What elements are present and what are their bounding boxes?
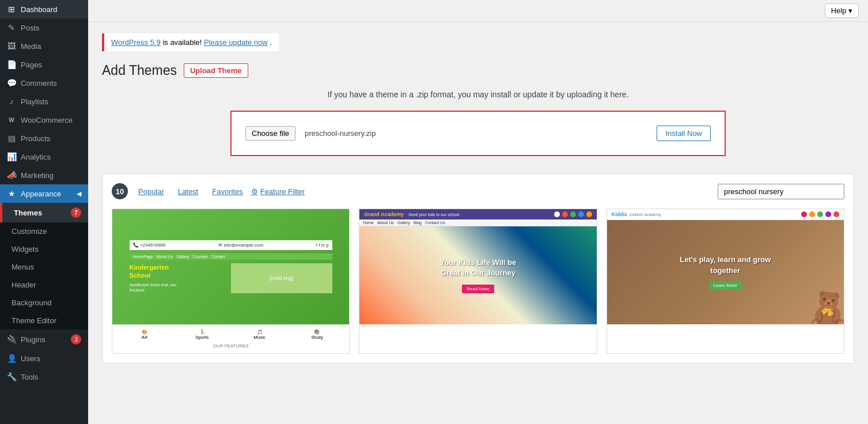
sidebar-tools-label: Tools	[21, 373, 38, 381]
kinder-features: 🎨Art 🏃Sports 🎵Music 📚Study	[117, 330, 344, 340]
theme-count: 10	[112, 183, 128, 199]
gear-icon: ⚙	[251, 187, 258, 196]
kiddiz-header: Kiddiz children academy	[607, 209, 844, 220]
sidebar-item-analytics[interactable]: 📊 Analytics	[0, 147, 88, 166]
sidebar-plugins-label: Plugins	[21, 335, 46, 344]
install-now-button[interactable]: Install Now	[657, 126, 711, 141]
dot3	[570, 211, 576, 217]
appearance-arrow: ◀	[77, 190, 81, 198]
background-label: Background	[12, 298, 51, 307]
file-name-display: preschool-nursery.zip	[305, 129, 376, 138]
themes-badge: 7	[71, 207, 81, 218]
theme-browser: 10 Popular Latest Favorites ⚙ Feature Fi…	[102, 173, 854, 364]
posts-icon: ✎	[7, 23, 16, 32]
users-icon: 👤	[7, 354, 16, 363]
media-icon: 🖼	[7, 41, 16, 51]
sidebar-item-theme-editor[interactable]: Theme Editor	[0, 312, 88, 330]
sidebar-analytics-label: Analytics	[21, 153, 51, 161]
kinder-body-text: Sestibulum tortor erat, nectincidunt	[130, 282, 231, 294]
teddy-icon: 🧸	[806, 289, 844, 324]
sidebar-playlists-label: Playlists	[21, 97, 48, 106]
update-notice-middle: is available!	[162, 38, 204, 47]
menus-label: Menus	[12, 263, 34, 271]
sidebar-item-media[interactable]: 🖼 Media	[0, 37, 88, 55]
themes-label: Themes	[14, 209, 42, 217]
kdot3	[817, 211, 823, 217]
tab-favorites[interactable]: Favorites	[206, 185, 248, 198]
academy-preview: Grand Academy Send your kids to our scho…	[359, 209, 596, 324]
appearance-icon: ★	[7, 189, 16, 198]
main-area: Help ▾ WordPress 5.9 is available! Pleas…	[88, 0, 868, 424]
sidebar-item-products[interactable]: ▤ Products	[0, 129, 88, 147]
page-header: Add Themes Upload Theme	[102, 63, 854, 78]
pages-icon: 📄	[7, 60, 16, 69]
update-notice: WordPress 5.9 is available! Please updat…	[102, 33, 279, 51]
kinder-topbar: 📞 +234678900 ✉ info@example.com f t in p	[130, 240, 332, 250]
kindergarten-preview: 📞 +234678900 ✉ info@example.com f t in p…	[112, 209, 349, 324]
kinder-body: KindergartenSchool Sestibulum tortor era…	[130, 263, 332, 293]
kinder-desc: OUR FEATURES	[117, 343, 344, 349]
sidebar-item-menus[interactable]: Menus	[0, 258, 88, 276]
kdot1	[801, 211, 807, 217]
help-button[interactable]: Help ▾	[825, 3, 859, 18]
plugins-badge: 3	[71, 334, 81, 344]
sidebar-item-dashboard[interactable]: ⊞ Dashboard	[0, 0, 88, 18]
sidebar-item-pages[interactable]: 📄 Pages	[0, 55, 88, 74]
sidebar-marketing-label: Marketing	[21, 171, 54, 180]
appearance-submenu: Themes 7 Customize Widgets Menus Header …	[0, 203, 88, 330]
tab-latest[interactable]: Latest	[172, 185, 204, 198]
upload-description: If you have a theme in a .zip format, yo…	[102, 90, 854, 99]
sidebar-item-plugins[interactable]: 🔌 Plugins 3	[0, 330, 88, 349]
kinder-nav: HomePageAbout UsGalleryCoursesContact	[130, 253, 332, 260]
sidebar-item-appearance[interactable]: ★ Appearance ◀	[0, 184, 88, 203]
sidebar-item-background[interactable]: Background	[0, 294, 88, 312]
dot4	[578, 211, 584, 217]
academy-read-more[interactable]: Read More	[462, 285, 494, 293]
kiddiz-learn-more[interactable]: Learn More	[709, 281, 742, 290]
woocommerce-icon: W	[7, 115, 16, 124]
tab-popular[interactable]: Popular	[132, 185, 170, 198]
upload-box: Choose file preschool-nursery.zip Instal…	[230, 111, 726, 156]
kinder-feature-3: 🎵Music	[232, 330, 287, 340]
kdot4	[825, 211, 831, 217]
kdot5	[833, 211, 839, 217]
analytics-icon: 📊	[7, 152, 16, 161]
dashboard-icon: ⊞	[7, 5, 16, 14]
sidebar-dashboard-label: Dashboard	[21, 5, 58, 14]
sidebar-item-marketing[interactable]: 📣 Marketing	[0, 166, 88, 184]
upload-theme-button[interactable]: Upload Theme	[184, 63, 248, 78]
dot5	[586, 211, 592, 217]
academy-headline: Your Kids Life Will beGreat in Our Journ…	[440, 258, 517, 278]
kinder-feature-2: 🏃Sports	[175, 330, 230, 340]
choose-file-button[interactable]: Choose file	[245, 126, 295, 141]
kinder-feature-1: 🎨Art	[117, 330, 172, 340]
sidebar-woocommerce-label: WooCommerce	[21, 116, 73, 124]
kinder-image: [child img]	[231, 263, 332, 293]
please-update-link[interactable]: Please update now	[204, 38, 268, 47]
academy-colorful-bg: Your Kids Life Will beGreat in Our Journ…	[359, 226, 596, 324]
wordpress-update-link[interactable]: WordPress 5.9	[111, 38, 161, 47]
sidebar-comments-label: Comments	[21, 79, 57, 88]
sidebar-item-playlists[interactable]: ♪ Playlists	[0, 92, 88, 111]
tab-feature-filter[interactable]: ⚙ Feature Filter	[251, 187, 305, 196]
sidebar-item-comments[interactable]: 💬 Comments	[0, 74, 88, 92]
sidebar-item-posts[interactable]: ✎ Posts	[0, 18, 88, 37]
sidebar-item-widgets[interactable]: Widgets	[0, 240, 88, 258]
sidebar: ⊞ Dashboard ✎ Posts 🖼 Media 📄 Pages 💬 Co…	[0, 0, 88, 424]
sidebar-item-themes[interactable]: Themes 7	[0, 203, 88, 222]
academy-body: Your Kids Life Will beGreat in Our Journ…	[359, 226, 596, 324]
theme-card-kiddiz[interactable]: Kiddiz children academy	[607, 209, 844, 354]
sidebar-item-header[interactable]: Header	[0, 276, 88, 294]
kiddiz-headline: Let's play, learn and growtogether	[680, 255, 771, 275]
sidebar-pages-label: Pages	[21, 60, 42, 69]
sidebar-users-label: Users	[21, 354, 40, 363]
sidebar-item-woocommerce[interactable]: W WooCommerce	[0, 111, 88, 129]
theme-card-grand-academy[interactable]: Grand Academy Send your kids to our scho…	[359, 209, 597, 354]
search-themes-input[interactable]	[718, 184, 844, 199]
academy-header: Grand Academy Send your kids to our scho…	[359, 209, 596, 219]
theme-card-kindergarten[interactable]: 📞 +234678900 ✉ info@example.com f t in p…	[112, 209, 350, 354]
sidebar-item-tools[interactable]: 🔧 Tools	[0, 368, 88, 386]
sidebar-item-users[interactable]: 👤 Users	[0, 349, 88, 368]
sidebar-item-customize[interactable]: Customize	[0, 222, 88, 240]
theme-grid: 📞 +234678900 ✉ info@example.com f t in p…	[112, 209, 844, 354]
